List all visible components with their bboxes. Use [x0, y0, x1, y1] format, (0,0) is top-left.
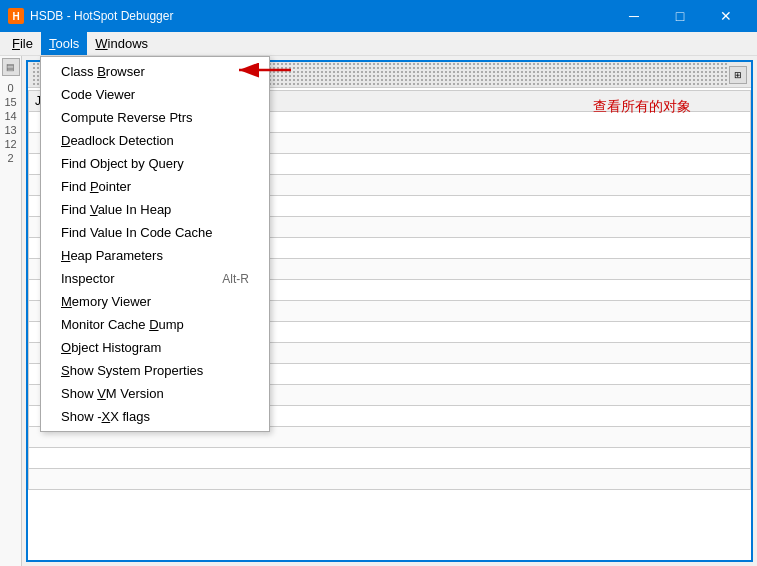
sidebar-icon: ▤: [2, 58, 20, 76]
menu-item-code-viewer[interactable]: Code Viewer: [41, 83, 269, 106]
menu-file[interactable]: File: [4, 32, 41, 55]
menu-item-label: Monitor Cache Dump: [61, 317, 184, 332]
menu-item-label: Find Object by Query: [61, 156, 184, 171]
menu-item-find-object-by-query[interactable]: Find Object by Query: [41, 152, 269, 175]
menu-item-label: Inspector: [61, 271, 114, 286]
menu-file-label: File: [12, 36, 33, 51]
menu-item-deadlock-detection[interactable]: Deadlock Detection: [41, 129, 269, 152]
menu-item-show-xx-flags[interactable]: Show -XX flags: [41, 405, 269, 428]
menu-item-find-value-in-heap[interactable]: Find Value In Heap: [41, 198, 269, 221]
sidebar-num: 14: [4, 110, 16, 122]
menu-item-label: Class Browser: [61, 64, 145, 79]
minimize-button[interactable]: ─: [611, 0, 657, 32]
menu-item-label: Heap Parameters: [61, 248, 163, 263]
app-icon: H: [8, 8, 24, 24]
menu-item-find-value-in-code-cache[interactable]: Find Value In Code Cache: [41, 221, 269, 244]
menu-bar: File Tools Windows Class Browser Code Vi…: [0, 32, 757, 56]
title-bar-left: H HSDB - HotSpot Debugger: [8, 8, 173, 24]
sidebar-num: 15: [4, 96, 16, 108]
sidebar-num: 13: [4, 124, 16, 136]
app-title: HSDB - HotSpot Debugger: [30, 9, 173, 23]
menu-item-show-system-properties[interactable]: Show System Properties: [41, 359, 269, 382]
menu-item-compute-reverse-ptrs[interactable]: Compute Reverse Ptrs: [41, 106, 269, 129]
table-cell: [29, 448, 751, 469]
menu-item-label: Code Viewer: [61, 87, 135, 102]
maximize-button[interactable]: □: [657, 0, 703, 32]
table-row: [29, 448, 751, 469]
table-row: [29, 469, 751, 490]
tools-dropdown: Class Browser Code Viewer Compute Revers…: [40, 56, 270, 432]
menu-item-show-vm-version[interactable]: Show VM Version: [41, 382, 269, 405]
menu-windows[interactable]: Windows: [87, 32, 156, 55]
menu-item-label: Show -XX flags: [61, 409, 150, 424]
menu-item-label: Show System Properties: [61, 363, 203, 378]
menu-tools[interactable]: Tools: [41, 32, 87, 55]
menu-item-heap-parameters[interactable]: Heap Parameters: [41, 244, 269, 267]
menu-item-label: Memory Viewer: [61, 294, 151, 309]
menu-item-label: Find Pointer: [61, 179, 131, 194]
menu-item-label: Show VM Version: [61, 386, 164, 401]
menu-item-inspector[interactable]: Inspector Alt-R: [41, 267, 269, 290]
menu-item-label: Object Histogram: [61, 340, 161, 355]
panel-maximize-button[interactable]: ⊞: [729, 66, 747, 84]
sidebar-num: 12: [4, 138, 16, 150]
close-button[interactable]: ✕: [703, 0, 749, 32]
menu-item-shortcut: Alt-R: [222, 272, 249, 286]
menu-item-label: Compute Reverse Ptrs: [61, 110, 193, 125]
menu-item-object-histogram[interactable]: Object Histogram: [41, 336, 269, 359]
menu-item-label: Find Value In Code Cache: [61, 225, 213, 240]
table-cell: [29, 469, 751, 490]
menu-item-label: Find Value In Heap: [61, 202, 171, 217]
menu-windows-label: Windows: [95, 36, 148, 51]
sidebar-num: 2: [7, 152, 13, 164]
chinese-annotation: 查看所有的对象: [593, 98, 691, 116]
sidebar-num: 0: [7, 82, 13, 94]
menu-tools-label: Tools: [49, 36, 79, 51]
menu-item-label: Deadlock Detection: [61, 133, 174, 148]
sidebar-numbers: ▤ 0 15 14 13 12 2: [0, 56, 22, 566]
title-bar: H HSDB - HotSpot Debugger ─ □ ✕: [0, 0, 757, 32]
menu-item-class-browser[interactable]: Class Browser: [41, 60, 269, 83]
menu-item-monitor-cache-dump[interactable]: Monitor Cache Dump: [41, 313, 269, 336]
title-bar-controls: ─ □ ✕: [611, 0, 749, 32]
menu-item-memory-viewer[interactable]: Memory Viewer: [41, 290, 269, 313]
menu-item-find-pointer[interactable]: Find Pointer: [41, 175, 269, 198]
